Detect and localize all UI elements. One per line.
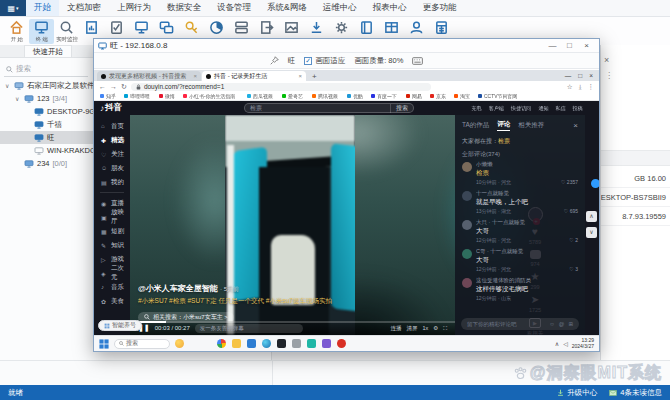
close-icon[interactable]: × (604, 55, 609, 65)
screen-monitor-icon[interactable] (129, 19, 154, 35)
report-chart-icon[interactable] (79, 19, 104, 35)
commenter-avatar[interactable] (462, 278, 472, 288)
license-calc-icon[interactable] (429, 19, 454, 35)
download-icon[interactable]: ⤓ (579, 83, 582, 91)
unread-messages-link[interactable]: 4条未读信息 (609, 388, 662, 398)
bookmark-item[interactable]: 西瓜视频 (247, 93, 275, 100)
statistics-pie-icon[interactable] (204, 19, 229, 35)
tray-chevron-icon[interactable]: ∧ (555, 340, 559, 347)
tab-quick-start[interactable]: 快速开始 (24, 45, 72, 57)
commenter-name[interactable]: C哥 · 十一点就睡觉 (476, 248, 578, 255)
comment-like-count[interactable]: ♡ 3 (569, 266, 578, 272)
chrome-icon[interactable] (217, 339, 226, 348)
app-purple-icon[interactable] (322, 339, 331, 348)
clear-screen-toggle[interactable]: 清屏 (406, 325, 417, 332)
comments-tab-评论[interactable]: 评论 (497, 120, 510, 131)
browser-menu-icon[interactable]: ⋮ (588, 83, 595, 91)
volume-icon[interactable]: ◁ (563, 340, 568, 347)
forward-icon[interactable]: → (110, 83, 117, 90)
bookmark-item[interactable]: 微博 (159, 93, 176, 100)
ribbon-tab-数据安全[interactable]: 数据安全 (159, 0, 209, 16)
keyboard-icon[interactable] (412, 57, 423, 65)
commenter-avatar[interactable] (462, 249, 472, 259)
maximize-icon[interactable]: □ (561, 41, 578, 50)
douyin-nav-音乐[interactable]: ♪音乐 (94, 280, 130, 294)
comment-like-count[interactable]: ♡ 695 (564, 208, 578, 214)
speed-icon[interactable]: 1x (422, 325, 428, 331)
app-teal-icon[interactable] (307, 339, 316, 348)
hot-search-row[interactable]: 大家都在搜：检票 (455, 134, 585, 146)
douyin-nav-关注[interactable]: ♡关注 (94, 147, 130, 161)
ribbon-tab-报表中心[interactable]: 报表中心 (365, 0, 415, 16)
terminal-icon[interactable] (277, 339, 286, 348)
douyin-nav-精选[interactable]: ✚精选 (94, 133, 130, 147)
header-link-私信[interactable]: 私信 (555, 105, 565, 111)
douyin-nav-知识[interactable]: ✎知识 (94, 238, 130, 252)
browser-tab[interactable]: 发现更多精彩视频 - 抖音搜索× (97, 71, 201, 81)
douyin-search-button[interactable]: 搜索 (390, 104, 408, 113)
close-icon[interactable]: × (578, 41, 595, 50)
taskbar-clock[interactable]: 13:29 2024/3/27 (572, 338, 594, 349)
previous-video-button[interactable]: ∧ (586, 211, 597, 222)
commenter-avatar[interactable] (462, 220, 472, 230)
mention-icon[interactable]: @ (559, 321, 565, 327)
commenter-name[interactable]: 大只 · 十一点就睡觉 (476, 219, 578, 226)
next-video-button[interactable]: ∨ (586, 227, 597, 238)
fit-screen-checkbox[interactable]: ✓ 画面适应 (304, 56, 345, 66)
comment-like-count[interactable]: ♡ 2357 (561, 179, 578, 185)
screen-capture-icon[interactable] (279, 19, 304, 35)
policy-check-icon[interactable] (104, 19, 129, 35)
emoji-icon[interactable]: ☺ (549, 321, 555, 327)
commenter-name[interactable]: 这位受邀体验的消防员 (476, 277, 578, 284)
bookmark-item[interactable]: CCTV节目官网 (478, 93, 521, 100)
taskbar-search[interactable]: 搜索 (114, 339, 170, 349)
comments-tab-TA的作品[interactable]: TA的作品 (462, 121, 489, 130)
ribbon-tab-更多功能[interactable]: 更多功能 (415, 0, 465, 16)
ribbon-tab-上网行为[interactable]: 上网行为 (109, 0, 159, 16)
bookmark-item[interactable]: 京东 (430, 93, 447, 100)
bookmark-item[interactable]: 知乎 (100, 93, 117, 100)
app-gray-icon[interactable] (292, 339, 301, 348)
douyin-nav-放映厅[interactable]: ▣放映厅 (94, 210, 130, 224)
browser-tab[interactable]: 抖音 - 记录美好生活× (202, 71, 306, 81)
header-link-充电[interactable]: 充电 (471, 105, 481, 111)
header-link-快捷访问[interactable]: 快捷访问 (511, 105, 531, 111)
browser-maximize-icon[interactable]: □ (578, 72, 582, 79)
douyin-nav-首页[interactable]: ⌂首页 (94, 119, 130, 133)
commenter-name[interactable]: 小懒懒 (476, 161, 578, 168)
close-icon[interactable]: × (573, 121, 578, 130)
comments-tab-相关推荐[interactable]: 相关推荐 (518, 121, 544, 130)
bookmark-item[interactable]: 优酷 (347, 93, 364, 100)
danmaku-input[interactable]: 发一条友善的弹幕 (195, 324, 303, 333)
remote-viewer-titlebar[interactable]: 旺 - 192.168.0.8 —□× (94, 39, 599, 53)
bookmark-item[interactable]: 腾讯视频 (312, 93, 340, 100)
progress-bar[interactable] (130, 321, 455, 323)
roster-grid-icon[interactable] (379, 19, 404, 35)
fullscreen-icon[interactable]: ⛶ (443, 325, 447, 332)
ribbon-tab-运维中心[interactable]: 运维中心 (315, 0, 365, 16)
commenter-avatar[interactable] (462, 162, 472, 172)
pin-icon[interactable] (270, 56, 279, 65)
home-icon[interactable]: 开 始 (4, 19, 29, 44)
image-attach-icon[interactable]: ⊞ (568, 321, 573, 327)
ribbon-tab-文档加密[interactable]: 文档加密 (59, 0, 109, 16)
ribbon-tab-系统&网络[interactable]: 系统&网络 (259, 0, 315, 16)
ribbon-tab-设备管理[interactable]: 设备管理 (209, 0, 259, 16)
plugin-pill[interactable]: 智能养号 (98, 320, 142, 331)
refresh-icon[interactable]: ↻ (121, 83, 127, 91)
video-hashtags[interactable]: #小米SU7 #检票 #SU7下定 任只是一个交代 #小米su7提车现场实拍 (138, 297, 332, 306)
tab-close-icon[interactable]: × (193, 73, 197, 79)
floating-avatar[interactable] (591, 179, 599, 188)
remote-control-icon[interactable] (154, 19, 179, 35)
recording-icon[interactable] (337, 339, 346, 348)
new-tab-button[interactable]: + (307, 72, 322, 81)
browser-close-icon[interactable]: × (589, 72, 593, 79)
tab-close-icon[interactable]: × (298, 73, 302, 79)
bookmark-item[interactable]: 哔哩哔哩 (124, 93, 152, 100)
client-download-icon[interactable] (304, 19, 329, 35)
app-blue-icon[interactable] (247, 339, 256, 348)
header-link-通知[interactable]: 通知 (538, 105, 548, 111)
start-button[interactable] (99, 339, 109, 349)
ribbon-tab-开始[interactable]: 开始 (26, 0, 59, 16)
header-link-投稿[interactable]: 投稿 (572, 105, 582, 111)
